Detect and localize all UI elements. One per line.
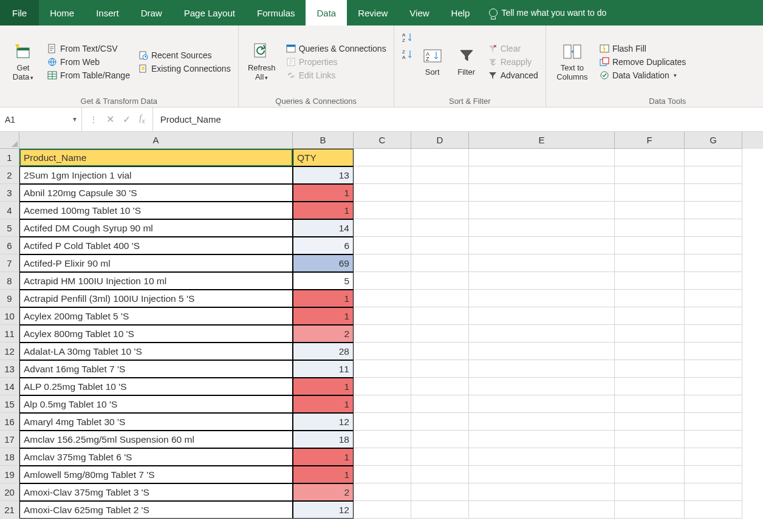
cell-A7[interactable]: Actifed-P Elixir 90 ml (19, 254, 293, 272)
text-to-columns-button[interactable]: Text toColumns (551, 28, 594, 95)
cell-E2[interactable] (469, 166, 615, 184)
cell-C15[interactable] (354, 395, 411, 413)
cell-C18[interactable] (354, 448, 411, 466)
cell-F8[interactable] (615, 272, 685, 290)
cell-C10[interactable] (354, 307, 411, 325)
cell-D14[interactable] (411, 378, 469, 395)
existing-connections-button[interactable]: Existing Connections (136, 63, 233, 75)
sort-button[interactable]: AZ Sort (417, 28, 448, 95)
cell-D20[interactable] (411, 483, 469, 501)
from-table-range-button[interactable]: From Table/Range (45, 69, 132, 81)
cell-F19[interactable] (615, 466, 685, 483)
sort-asc-button[interactable]: AZ (399, 32, 414, 44)
cell-E12[interactable] (469, 343, 615, 360)
cell-F9[interactable] (615, 290, 685, 307)
column-header-A[interactable]: A (19, 132, 293, 149)
cell-E5[interactable] (469, 219, 615, 237)
cell-A21[interactable]: Amoxi-Clav 625mg Tablet 2 'S (19, 501, 293, 519)
cell-F5[interactable] (615, 219, 685, 237)
cell-C11[interactable] (354, 325, 411, 343)
cell-B9[interactable]: 1 (293, 290, 354, 307)
cell-E11[interactable] (469, 325, 615, 343)
tab-page-layout[interactable]: Page Layout (173, 0, 246, 26)
cell-A17[interactable]: Amclav 156.25mg/5ml Suspension 60 ml (19, 431, 293, 448)
cell-C21[interactable] (354, 501, 411, 519)
cell-B5[interactable]: 14 (293, 219, 354, 237)
cell-D2[interactable] (411, 166, 469, 184)
cell-B2[interactable]: 13 (293, 166, 354, 184)
tab-data[interactable]: Data (306, 0, 347, 26)
cell-B8[interactable]: 5 (293, 272, 354, 290)
row-header-19[interactable]: 19 (0, 466, 19, 483)
edit-links-button[interactable]: Edit Links (284, 69, 389, 81)
cell-G10[interactable] (685, 307, 742, 325)
cell-B11[interactable]: 2 (293, 325, 354, 343)
cell-E6[interactable] (469, 237, 615, 254)
spreadsheet-grid[interactable]: ABCDEFG 1Product_NameQTY22Sum 1gm Inject… (0, 132, 763, 532)
row-header-8[interactable]: 8 (0, 272, 19, 290)
cell-D12[interactable] (411, 343, 469, 360)
cell-B16[interactable]: 12 (293, 413, 354, 431)
cell-E8[interactable] (469, 272, 615, 290)
cell-C17[interactable] (354, 431, 411, 448)
cell-D3[interactable] (411, 184, 469, 202)
cell-G4[interactable] (685, 202, 742, 219)
cell-E7[interactable] (469, 254, 615, 272)
remove-duplicates-button[interactable]: Remove Duplicates (597, 56, 688, 68)
cell-B17[interactable]: 18 (293, 431, 354, 448)
select-all-corner[interactable] (0, 132, 19, 149)
cell-F16[interactable] (615, 413, 685, 431)
cell-G6[interactable] (685, 237, 742, 254)
cell-D18[interactable] (411, 448, 469, 466)
column-header-C[interactable]: C (354, 132, 411, 149)
cell-D9[interactable] (411, 290, 469, 307)
cell-F10[interactable] (615, 307, 685, 325)
row-header-21[interactable]: 21 (0, 501, 19, 519)
cell-E3[interactable] (469, 184, 615, 202)
cell-G2[interactable] (685, 166, 742, 184)
cell-A11[interactable]: Acylex 800mg Tablet 10 'S (19, 325, 293, 343)
cell-A15[interactable]: Alp 0.5mg Tablet 10 'S (19, 395, 293, 413)
cell-A13[interactable]: Advant 16mg Tablet 7 'S (19, 360, 293, 378)
cell-B13[interactable]: 11 (293, 360, 354, 378)
sort-desc-button[interactable]: ZA (399, 49, 414, 61)
cell-D19[interactable] (411, 466, 469, 483)
row-header-3[interactable]: 3 (0, 184, 19, 202)
cell-D4[interactable] (411, 202, 469, 219)
tab-insert[interactable]: Insert (85, 0, 130, 26)
cell-F20[interactable] (615, 483, 685, 501)
cell-A18[interactable]: Amclav 375mg Tablet 6 'S (19, 448, 293, 466)
from-text-csv-button[interactable]: From Text/CSV (45, 43, 132, 55)
row-header-14[interactable]: 14 (0, 378, 19, 395)
cell-G20[interactable] (685, 483, 742, 501)
cell-C16[interactable] (354, 413, 411, 431)
flash-fill-button[interactable]: Flash Fill (597, 43, 688, 55)
cell-D6[interactable] (411, 237, 469, 254)
cell-D7[interactable] (411, 254, 469, 272)
cell-E14[interactable] (469, 378, 615, 395)
cell-C3[interactable] (354, 184, 411, 202)
cell-F17[interactable] (615, 431, 685, 448)
filter-button[interactable]: Filter (451, 28, 482, 95)
advanced-filter-button[interactable]: Advanced (485, 69, 541, 81)
row-header-5[interactable]: 5 (0, 219, 19, 237)
cell-E13[interactable] (469, 360, 615, 378)
row-header-11[interactable]: 11 (0, 325, 19, 343)
tell-me-search[interactable]: Tell me what you want to do (481, 0, 615, 26)
cell-C1[interactable] (354, 149, 411, 166)
cell-F7[interactable] (615, 254, 685, 272)
get-data-button[interactable]: GetData▾ (5, 28, 41, 95)
cell-C14[interactable] (354, 378, 411, 395)
cell-G3[interactable] (685, 184, 742, 202)
column-header-B[interactable]: B (293, 132, 354, 149)
row-header-17[interactable]: 17 (0, 431, 19, 448)
cell-C2[interactable] (354, 166, 411, 184)
column-header-G[interactable]: G (685, 132, 742, 149)
row-header-12[interactable]: 12 (0, 343, 19, 360)
cell-F2[interactable] (615, 166, 685, 184)
cell-G16[interactable] (685, 413, 742, 431)
queries-connections-button[interactable]: Queries & Connections (284, 43, 389, 55)
cell-E21[interactable] (469, 501, 615, 519)
formula-input[interactable]: Product_Name (153, 114, 763, 124)
cell-D5[interactable] (411, 219, 469, 237)
